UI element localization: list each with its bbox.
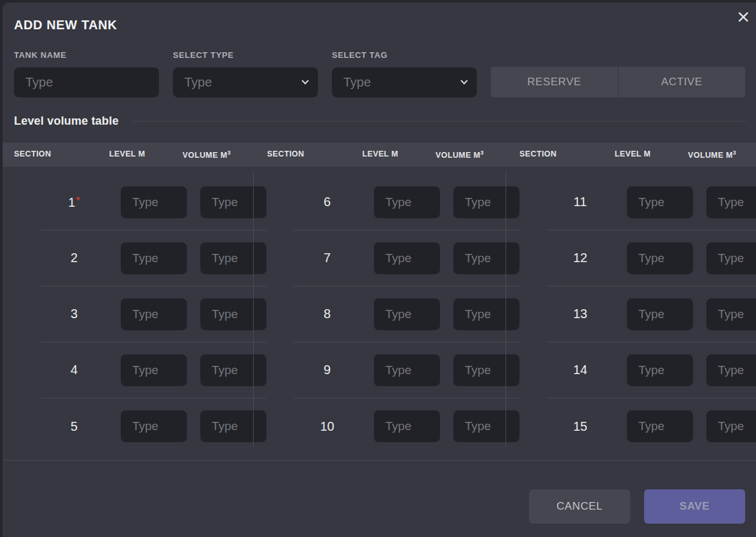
section-number: 3 — [41, 307, 107, 321]
column-header: SECTION — [14, 150, 81, 160]
volume-input-section-2[interactable] — [200, 242, 266, 274]
level-input-section-13[interactable] — [627, 298, 693, 330]
level-input-section-7[interactable] — [374, 242, 440, 274]
table-header-group: SECTIONLEVEL MVOLUME M3 — [519, 150, 745, 160]
level-input-section-11[interactable] — [627, 186, 693, 218]
save-button[interactable]: SAVE — [644, 489, 745, 524]
chevron-down-icon — [460, 77, 467, 84]
volume-input-section-10[interactable] — [453, 410, 519, 442]
level-input-section-1[interactable] — [121, 186, 187, 218]
section-number: 5 — [41, 419, 107, 434]
volume-input-section-15[interactable] — [706, 410, 756, 442]
level-input-section-5[interactable] — [121, 410, 187, 442]
reserve-button[interactable]: RESERVE — [491, 67, 619, 97]
volume-input-section-4[interactable] — [200, 354, 266, 386]
volume-unit-superscript: 3 — [228, 150, 231, 156]
table-row: 4 — [41, 342, 266, 398]
table-row: 7 — [294, 230, 519, 286]
level-input-section-4[interactable] — [121, 354, 187, 386]
footer-divider — [3, 460, 756, 461]
tank-name-input[interactable] — [14, 67, 159, 97]
volume-input-section-1[interactable] — [200, 186, 266, 218]
volume-input-section-9[interactable] — [453, 354, 519, 386]
level-volume-heading: Level volume table — [14, 115, 746, 128]
column-header: VOLUME M3 — [427, 150, 493, 160]
table-row: 2 — [41, 230, 266, 286]
table-header-group: SECTIONLEVEL MVOLUME M3 — [267, 150, 493, 160]
column-header: VOLUME M3 — [174, 150, 240, 160]
section-number: 14 — [547, 363, 614, 377]
level-input-section-2[interactable] — [121, 242, 187, 274]
table-row: 6 — [294, 174, 519, 230]
table-row: 8 — [294, 286, 519, 342]
volume-input-section-12[interactable] — [706, 242, 756, 274]
select-tag-label: SELECT TAG — [332, 50, 477, 60]
column-header: LEVEL M — [347, 150, 413, 160]
add-new-tank-dialog: ADD NEW TANK × TANK NAME SELECT TYPE Typ… — [3, 3, 756, 537]
select-type-field: SELECT TYPE Type — [173, 50, 318, 97]
level-input-section-12[interactable] — [627, 242, 693, 274]
level-input-section-6[interactable] — [374, 186, 440, 218]
table-row: 5 — [41, 398, 266, 454]
column-group-divider — [253, 171, 254, 447]
level-input-section-14[interactable] — [627, 354, 693, 386]
volume-unit-superscript: 3 — [481, 150, 484, 156]
level-input-section-9[interactable] — [374, 354, 440, 386]
volume-input-section-5[interactable] — [200, 410, 266, 442]
level-input-section-3[interactable] — [121, 298, 187, 330]
section-number: 12 — [547, 251, 614, 265]
section-number: 4 — [41, 363, 107, 377]
level-volume-heading-text: Level volume table — [14, 115, 119, 128]
table-row: 10 — [294, 398, 519, 454]
column-header: LEVEL M — [94, 150, 160, 160]
volume-unit-superscript: 3 — [733, 150, 736, 156]
volume-input-section-7[interactable] — [453, 242, 519, 274]
table-column-group: 1*2345 — [41, 174, 266, 454]
select-type-value: Type — [184, 75, 212, 90]
section-number: 13 — [547, 307, 614, 321]
section-number: 15 — [547, 419, 614, 434]
tank-name-field: TANK NAME — [14, 50, 159, 97]
table-row: 14 — [547, 342, 756, 398]
section-number: 9 — [294, 363, 361, 377]
table-column-group: 1112131415 — [547, 174, 756, 454]
required-asterisk: * — [76, 195, 80, 207]
volume-input-section-14[interactable] — [706, 354, 756, 386]
table-row: 1* — [41, 174, 266, 230]
dialog-footer: CANCEL SAVE — [3, 489, 745, 524]
level-input-section-10[interactable] — [374, 410, 440, 442]
table-row: 9 — [294, 342, 519, 398]
section-number: 6 — [294, 195, 361, 209]
table-header-group: SECTIONLEVEL MVOLUME M3 — [14, 150, 240, 160]
volume-input-section-3[interactable] — [200, 298, 266, 330]
level-input-section-15[interactable] — [627, 410, 693, 442]
table-header-row: SECTIONLEVEL MVOLUME M3SECTIONLEVEL MVOL… — [3, 143, 756, 167]
table-column-group: 678910 — [294, 174, 519, 454]
column-header: VOLUME M3 — [679, 150, 745, 160]
table-row: 3 — [41, 286, 266, 342]
select-type-dropdown[interactable]: Type — [173, 67, 318, 97]
status-toggle-group: RESERVE ACTIVE — [491, 67, 745, 97]
table-row: 11 — [547, 174, 756, 230]
volume-input-section-13[interactable] — [706, 298, 756, 330]
volume-input-section-6[interactable] — [453, 186, 519, 218]
section-number: 1* — [41, 195, 107, 210]
volume-input-section-11[interactable] — [706, 186, 756, 218]
select-type-label: SELECT TYPE — [173, 50, 318, 60]
section-number: 8 — [294, 307, 361, 321]
select-tag-dropdown[interactable]: Type — [332, 67, 477, 97]
active-button[interactable]: ACTIVE — [619, 67, 746, 97]
cancel-button[interactable]: CANCEL — [529, 489, 630, 524]
volume-input-section-8[interactable] — [453, 298, 519, 330]
tank-name-label: TANK NAME — [14, 50, 159, 60]
column-group-divider — [505, 171, 506, 447]
close-icon[interactable]: × — [733, 6, 753, 27]
column-header: SECTION — [519, 150, 586, 160]
table-row: 12 — [547, 230, 756, 286]
select-tag-field: SELECT TAG Type — [332, 50, 477, 97]
select-tag-value: Type — [343, 75, 371, 90]
section-number: 7 — [294, 251, 361, 265]
chevron-down-icon — [301, 77, 308, 84]
level-input-section-8[interactable] — [374, 298, 440, 330]
section-number: 11 — [547, 195, 614, 209]
